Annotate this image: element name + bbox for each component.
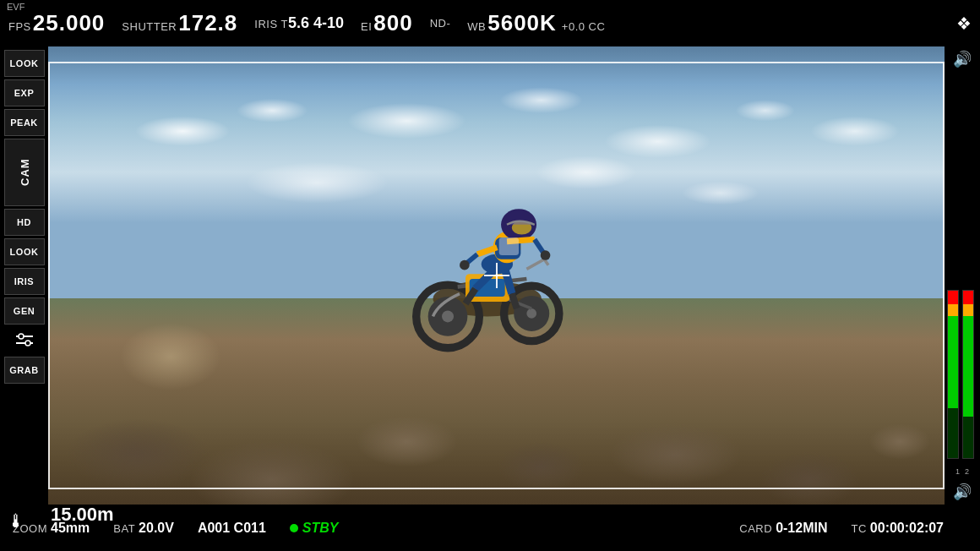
fps-display: FPS 25.000 (8, 10, 105, 36)
svg-point-32 (541, 250, 551, 260)
clip-value: A001 C011 (198, 521, 266, 536)
tc-display: TC 00:00:02:07 (851, 521, 944, 536)
svg-point-1 (19, 334, 24, 339)
wb-display: WB 5600K +0.0 CC (467, 10, 605, 36)
right-sidebar: 🔊 1 2 🔊 (945, 46, 980, 505)
shutter-display: SHUTTER 172.8 (122, 10, 237, 36)
sliders-icon (4, 327, 45, 354)
usb-icon: ❖ (956, 14, 972, 34)
svg-point-7 (442, 310, 454, 322)
sidebar-btn-exp[interactable]: EXP (4, 79, 45, 106)
card-value: 0-12MIN (776, 521, 827, 536)
thermometer-icon: 🌡 (7, 510, 25, 532)
fps-label: FPS (8, 20, 31, 33)
stby-display: STBY (290, 521, 339, 536)
sidebar-btn-iris[interactable]: IRIS (4, 268, 45, 295)
sidebar-btn-look2[interactable]: LOOK (4, 238, 45, 265)
ei-label: EI (361, 20, 372, 33)
svg-point-3 (25, 341, 30, 346)
evf-label: EVF (7, 2, 24, 12)
sidebar-btn-cam[interactable]: CAM (4, 139, 45, 206)
speaker-top-icon: 🔊 (953, 50, 972, 68)
vu-meter (947, 74, 977, 462)
distance-display: 15.00m (51, 504, 114, 526)
iris-label: IRIS T (254, 18, 288, 30)
clip-display: A001 C011 (198, 521, 266, 536)
rider-area (389, 69, 585, 390)
ei-display: EI 800 (361, 10, 413, 36)
sidebar-btn-look1[interactable]: LOOK (4, 50, 45, 77)
bottom-bar: ZOOM 45mm BAT 20.0V A001 C011 STBY CARD … (0, 505, 980, 551)
stby-value: STBY (302, 521, 339, 536)
battery-display: BAT 20.0V (113, 521, 174, 536)
card-label: CARD (739, 522, 772, 535)
vu-channel-2 (962, 290, 974, 459)
ei-value: 800 (373, 10, 412, 36)
cc-value: +0.0 CC (562, 20, 606, 33)
vu-ch1-label: 1 (956, 467, 960, 476)
sidebar-btn-grab[interactable]: GRAB (4, 357, 45, 384)
bat-value: 20.0V (139, 521, 174, 536)
svg-point-10 (527, 308, 537, 319)
tc-value: 00:00:02:07 (870, 521, 944, 536)
top-bar: FPS 25.000 SHUTTER 172.8 IRIS T 5.6 4-10… (0, 0, 980, 46)
iris-value: 5.6 4-10 (288, 14, 344, 32)
left-sidebar: LOOK EXP PEAK CAM HD LOOK IRIS GEN GRAB (0, 46, 48, 505)
bat-label: BAT (113, 522, 135, 535)
svg-rect-30 (499, 237, 519, 255)
wb-label: WB (467, 20, 486, 33)
svg-line-29 (512, 294, 517, 309)
svg-point-31 (460, 260, 470, 270)
dust (120, 323, 221, 390)
wb-value: 5600K (487, 10, 557, 36)
speaker-bottom-icon: 🔊 (953, 483, 972, 501)
nd-display: ND- (430, 17, 451, 30)
viewport-image (48, 46, 945, 505)
svg-line-15 (527, 259, 545, 270)
shutter-label: SHUTTER (122, 20, 177, 33)
shutter-value: 172.8 (178, 10, 237, 36)
sidebar-btn-peak[interactable]: PEAK (4, 109, 45, 136)
stby-dot (290, 524, 298, 532)
sidebar-btn-gen[interactable]: GEN (4, 297, 45, 325)
vu-channel-1 (947, 290, 959, 459)
nd-label: ND- (430, 17, 451, 30)
card-display: CARD 0-12MIN (739, 521, 827, 536)
iris-display: IRIS T 5.6 4-10 (254, 14, 344, 32)
svg-line-22 (477, 248, 497, 254)
sidebar-btn-hd[interactable]: HD (4, 209, 45, 236)
fps-value: 25.000 (33, 10, 106, 36)
vu-ch2-label: 2 (965, 467, 969, 476)
viewport (48, 46, 945, 505)
tc-label: TC (851, 522, 866, 535)
